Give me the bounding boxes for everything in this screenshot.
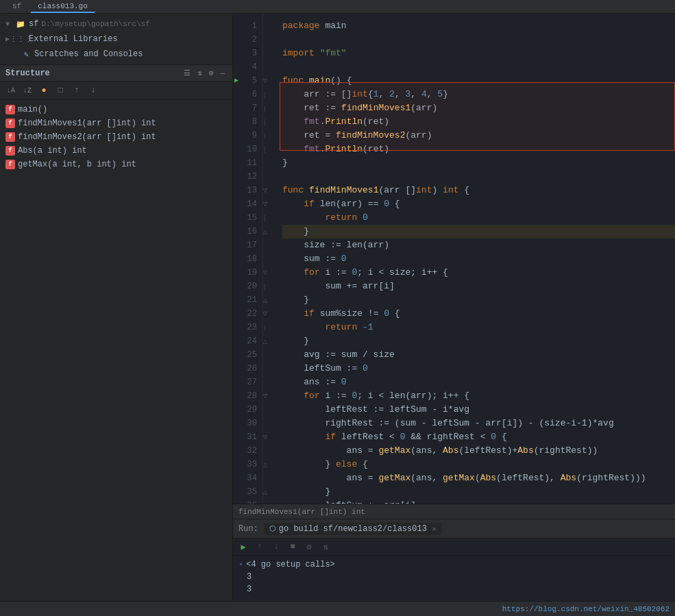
code-token: 0 <box>491 430 496 444</box>
ln-28: 28 <box>233 389 262 403</box>
sort-tool[interactable]: ☰ <box>182 68 193 78</box>
fold-33[interactable]: △ <box>263 458 274 471</box>
code-token: fmt <box>304 143 319 156</box>
status-bar: https://blog.csdn.net/weixin_48502062 <box>0 601 675 616</box>
struct-item-getmax[interactable]: f getMax(a int, b int) int <box>0 158 232 171</box>
code-token: import <box>282 47 315 60</box>
sort2-tool[interactable]: ⇅ <box>195 68 204 78</box>
code-token: Println <box>325 115 363 129</box>
code-container: 1 2 3 4 ▶ 5 6 7 8 9 10 11 12 13 14 15 16… <box>233 14 675 504</box>
code-token: ret := <box>282 101 341 115</box>
struct-expand[interactable]: □ <box>53 84 67 97</box>
code-token: 0 <box>341 375 347 389</box>
top-bar-tabs: sf class013.go <box>5 0 95 13</box>
run-output-line-3: 3 <box>238 583 670 595</box>
ln-30: 30 <box>233 417 262 430</box>
code-token: , <box>427 88 438 101</box>
code-token: int <box>352 88 367 101</box>
fold-35[interactable]: △ <box>263 485 274 499</box>
run-settings-btn[interactable]: ⚙ <box>303 541 315 553</box>
code-token: (leftRest), <box>496 471 561 485</box>
code-line-2 <box>282 33 675 47</box>
fold-13[interactable]: ▽ <box>263 184 274 197</box>
fold-21[interactable]: △ <box>263 293 274 307</box>
sidebar-path: D:\mysetup\gopath\src\sf <box>41 20 149 28</box>
fold-14[interactable]: ▽ <box>263 197 274 211</box>
code-token: . <box>320 115 326 129</box>
code-token: 0 <box>341 252 347 266</box>
run-up-btn[interactable]: ↑ <box>254 541 266 553</box>
fold-19[interactable]: ▽ <box>263 266 274 280</box>
struct-filter-active[interactable]: ● <box>37 84 51 97</box>
code-token: 4 <box>421 88 427 101</box>
tab-sf[interactable]: sf <box>5 0 28 13</box>
struct-item-main[interactable]: f main() <box>0 103 232 116</box>
code-line-12 <box>282 170 675 184</box>
settings-tool[interactable]: ⚙ <box>207 68 216 78</box>
code-line-29: leftRest := leftSum - i*avg <box>282 403 675 417</box>
run-down-btn[interactable]: ↓ <box>270 541 282 553</box>
code-token: ; i < size; i++ { <box>357 266 448 280</box>
struct-badge-getmax: f <box>5 160 15 169</box>
code-token <box>282 430 325 444</box>
code-token: if <box>304 197 315 211</box>
fold-16[interactable]: △ <box>263 225 274 238</box>
code-token: func <box>282 74 304 88</box>
code-token: func <box>282 184 304 197</box>
code-line-26: leftSum := 0 <box>282 362 675 375</box>
struct-sort-asc[interactable]: ↓A <box>4 84 18 97</box>
ln-32: 32 <box>233 444 262 458</box>
struct-locate[interactable]: ↓ <box>86 84 100 97</box>
code-line-21: } <box>282 293 675 307</box>
tab-class013[interactable]: class013.go <box>31 0 95 13</box>
struct-badge-findminmoves2: f <box>5 132 15 142</box>
run-filter-btn[interactable]: ⇅ <box>319 541 332 553</box>
run-output: ▪ <4 go setup calls> 3 3 <box>233 556 675 601</box>
struct-item-getmax-text: getMax(a int, b int) int <box>18 160 136 169</box>
code-token: 0 <box>352 389 357 403</box>
struct-item-findminmoves2[interactable]: f findMinMoves2(arr []int) int <box>0 130 232 144</box>
ln-1: 1 <box>233 19 262 33</box>
struct-item-findminmoves1-text: findMinMoves1(arr []int) int <box>18 119 156 128</box>
run-tab-close[interactable]: ✕ <box>432 525 437 533</box>
code-token: ; i < len(arr); i++ { <box>357 389 469 403</box>
code-token: ans = <box>282 444 378 458</box>
code-line-34: ans = getMax(ans, getMax(Abs(leftRest), … <box>282 471 675 485</box>
code-token: . <box>320 143 326 156</box>
code-token <box>282 211 325 225</box>
code-token: } <box>282 293 309 307</box>
fold-bar-6: │ <box>263 88 274 101</box>
structure-title: Structure <box>5 69 50 78</box>
main-layout: ▼ 📁 sf D:\mysetup\gopath\src\sf ▶ ⋮⋮⋮ Ex… <box>0 14 675 601</box>
ln-7: 7 <box>233 101 262 115</box>
sidebar-item-external[interactable]: ▶ ⋮⋮⋮ External Libraries <box>0 32 232 47</box>
code-line-36: leftSum += arr[i] <box>282 499 675 504</box>
run-tab[interactable]: ⬡ go build sf/newclass2/class013 ✕ <box>264 523 442 535</box>
close-tool[interactable]: — <box>218 69 227 78</box>
code-token: 0 <box>400 430 406 444</box>
ln-11: 11 <box>233 156 262 170</box>
code-content[interactable]: package main import "fmt" func main() { … <box>274 14 675 504</box>
fold-5[interactable]: ▽ <box>263 74 274 88</box>
code-line-17: size := len(arr) <box>282 238 675 252</box>
run-stop-btn[interactable]: ■ <box>286 541 299 553</box>
code-token: { <box>496 430 507 444</box>
fold-31[interactable]: ▽ <box>263 430 274 444</box>
struct-item-abs[interactable]: f Abs(a int) int <box>0 144 232 158</box>
struct-badge-abs: f <box>5 146 15 156</box>
run-play-btn[interactable]: ▶ <box>237 541 249 553</box>
struct-collapse[interactable]: ↑ <box>70 84 84 97</box>
sidebar-item-scratches[interactable]: ✎ Scratches and Consoles <box>0 47 232 62</box>
fold-22[interactable]: ▽ <box>263 307 274 321</box>
struct-item-findminmoves1[interactable]: f findMinMoves1(arr []int) int <box>0 116 232 130</box>
sidebar-item-sf[interactable]: ▼ 📁 sf D:\mysetup\gopath\src\sf <box>0 16 232 32</box>
fold-bar-15: │ <box>263 211 274 225</box>
code-token <box>315 47 320 60</box>
fold-24[interactable]: △ <box>263 334 274 348</box>
code-token: "fmt" <box>320 47 347 60</box>
fold-28[interactable]: ▽ <box>263 389 274 403</box>
code-token: 5 <box>437 88 443 101</box>
code-line-16: } <box>282 225 675 238</box>
code-token: if <box>304 307 315 321</box>
struct-sort-desc[interactable]: ↓Z <box>21 84 34 97</box>
